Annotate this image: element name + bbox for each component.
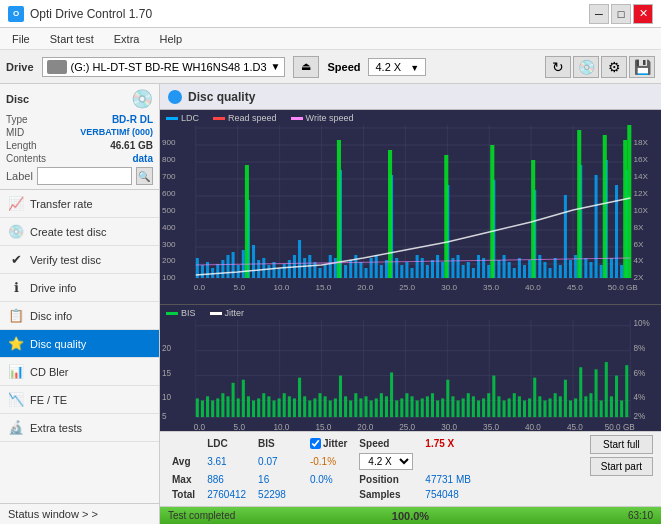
svg-rect-174 [252, 400, 255, 417]
sidebar-item-cd-bler[interactable]: 📊 CD Bler [0, 358, 159, 386]
type-value: BD-R DL [112, 114, 153, 125]
sidebar-item-verify-test-disc[interactable]: ✔ Verify test disc [0, 246, 159, 274]
svg-rect-194 [354, 393, 357, 417]
menu-extra[interactable]: Extra [106, 31, 148, 47]
svg-rect-47 [324, 265, 327, 278]
main-layout: Disc 💿 Type BD-R DL MID VERBATIMf (000) … [0, 84, 661, 524]
col-spacer [296, 437, 306, 450]
menu-file[interactable]: File [4, 31, 38, 47]
svg-rect-229 [533, 378, 536, 417]
close-button[interactable]: ✕ [633, 4, 653, 24]
svg-rect-242 [600, 400, 603, 417]
verify-disc-label: Verify test disc [30, 254, 101, 266]
svg-text:700: 700 [162, 172, 176, 181]
col-jitter: Jitter [323, 438, 347, 449]
extra-tests-icon: 🔬 [8, 420, 24, 435]
svg-rect-224 [508, 398, 511, 417]
svg-rect-179 [278, 398, 281, 417]
svg-rect-83 [508, 262, 511, 278]
sidebar-item-transfer-rate[interactable]: 📈 Transfer rate [0, 190, 159, 218]
svg-text:50.0 GB: 50.0 GB [605, 422, 635, 431]
minimize-button[interactable]: ─ [589, 4, 609, 24]
svg-rect-176 [262, 393, 265, 417]
sidebar-item-extra-tests[interactable]: 🔬 Extra tests [0, 414, 159, 442]
svg-text:20.0: 20.0 [357, 283, 373, 292]
bis-legend: BIS [166, 308, 196, 318]
svg-rect-81 [497, 260, 500, 278]
svg-rect-237 [574, 398, 577, 417]
disc-section-title: Disc [6, 93, 29, 105]
svg-rect-180 [283, 393, 286, 417]
svg-rect-227 [523, 400, 526, 417]
svg-rect-204 [405, 393, 408, 417]
svg-rect-57 [375, 255, 378, 278]
maximize-button[interactable]: □ [611, 4, 631, 24]
avg-jitter: -0.1% [308, 452, 355, 471]
svg-rect-33 [252, 245, 255, 278]
svg-rect-192 [344, 396, 347, 417]
svg-rect-206 [416, 400, 419, 417]
disc-quality-icon: ⭐ [8, 336, 24, 351]
svg-rect-232 [549, 398, 552, 417]
label-input[interactable] [37, 167, 132, 185]
sidebar-item-disc-info[interactable]: 📋 Disc info [0, 302, 159, 330]
menu-start-test[interactable]: Start test [42, 31, 102, 47]
type-label: Type [6, 114, 28, 125]
toolbar-save-button[interactable]: 💾 [629, 56, 655, 78]
svg-text:12X: 12X [633, 189, 648, 198]
start-part-button[interactable]: Start part [590, 457, 653, 476]
svg-rect-186 [313, 398, 316, 417]
svg-rect-104 [615, 185, 618, 278]
speed-dropdown-label: 4.2 X 2.0 X 1.0 X [357, 452, 421, 471]
drive-label: Drive [6, 61, 34, 73]
svg-text:4X: 4X [633, 256, 644, 265]
speed-dropdown[interactable]: 4.2 X 2.0 X 1.0 X [359, 453, 413, 470]
svg-text:10.0: 10.0 [273, 283, 289, 292]
svg-rect-63 [405, 262, 408, 278]
disc-quality-label: Disc quality [30, 338, 86, 350]
svg-rect-92 [554, 258, 557, 278]
svg-text:10: 10 [162, 393, 172, 402]
svg-text:25.0: 25.0 [399, 422, 415, 431]
svg-rect-223 [503, 400, 506, 417]
svg-rect-42 [298, 240, 301, 278]
speed-select[interactable]: 4.2 X ▼ [368, 58, 426, 76]
svg-rect-56 [370, 258, 373, 278]
jitter-checkbox[interactable] [310, 438, 321, 449]
chart1-svg: 100 200 300 400 500 600 700 800 900 2X 4… [160, 110, 661, 295]
start-full-button[interactable]: Start full [590, 435, 653, 454]
drive-select[interactable]: (G:) HL-DT-ST BD-RE WH16NS48 1.D3 ▼ [42, 57, 286, 77]
samples-value: 754048 [423, 488, 479, 501]
svg-rect-178 [272, 400, 275, 417]
svg-rect-241 [595, 369, 598, 417]
menu-help[interactable]: Help [151, 31, 190, 47]
svg-rect-199 [380, 393, 383, 417]
svg-rect-34 [257, 260, 260, 278]
eject-button[interactable]: ⏏ [293, 56, 319, 78]
progress-time: 63:10 [628, 510, 653, 521]
cd-bler-label: CD Bler [30, 366, 69, 378]
svg-rect-231 [543, 400, 546, 417]
sidebar-item-fe-te[interactable]: 📉 FE / TE [0, 386, 159, 414]
toolbar-disc-button[interactable]: 💿 [573, 56, 599, 78]
svg-rect-93 [559, 265, 562, 278]
svg-rect-114 [603, 135, 607, 278]
sidebar-item-disc-quality[interactable]: ⭐ Disc quality [0, 330, 159, 358]
write-speed-legend-label: Write speed [306, 113, 354, 123]
toolbar-settings-button[interactable]: ⚙ [601, 56, 627, 78]
length-label: Length [6, 140, 37, 151]
svg-text:10%: 10% [633, 319, 650, 328]
label-edit-button[interactable]: 🔍 [136, 167, 153, 185]
svg-rect-95 [569, 260, 572, 278]
status-window-button[interactable]: Status window > > [0, 503, 159, 524]
svg-rect-100 [595, 175, 598, 278]
svg-rect-116 [627, 125, 631, 278]
mid-label: MID [6, 127, 24, 138]
sidebar-item-create-test-disc[interactable]: 💿 Create test disc [0, 218, 159, 246]
sidebar-item-drive-info[interactable]: ℹ Drive info [0, 274, 159, 302]
toolbar-refresh-button[interactable]: ↻ [545, 56, 571, 78]
svg-rect-110 [444, 155, 448, 278]
max-ldc: 886 [205, 473, 254, 486]
ldc-legend: LDC [166, 113, 199, 123]
svg-rect-167 [216, 398, 219, 417]
